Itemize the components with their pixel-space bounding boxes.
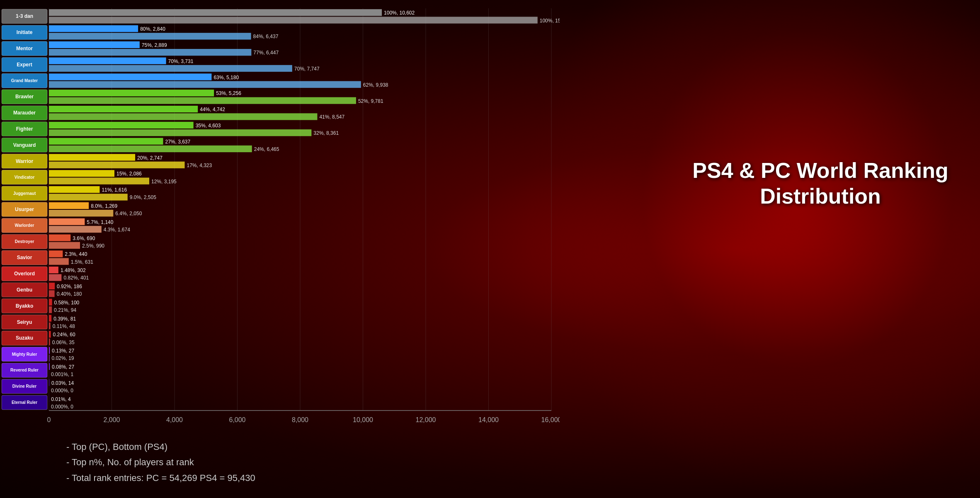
legend-area: - Top (PC), Bottom (PS4) - Top n%, No. o… [66, 439, 255, 486]
legend-line1: - Top (PC), Bottom (PS4) [66, 439, 255, 454]
bar-chart [0, 0, 560, 456]
legend-line2: - Top n%, No. of players at rank [66, 454, 255, 470]
legend-line3: - Total rank entries: PC = 54,269 PS4 = … [66, 470, 255, 486]
chart-title: PS4 & PC World Ranking Distribution [686, 158, 955, 209]
